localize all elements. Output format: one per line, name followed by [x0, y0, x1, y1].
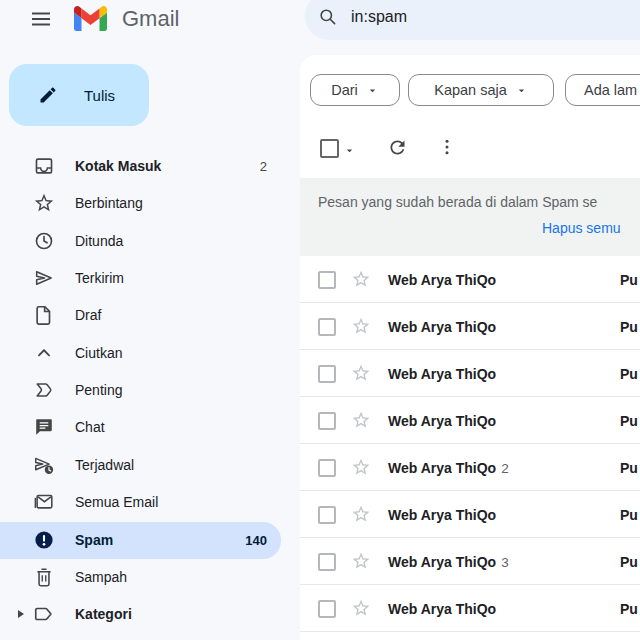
row-checkbox[interactable] — [318, 506, 336, 524]
sidebar-item-berbintang[interactable]: Berbintang — [0, 185, 281, 222]
row-checkbox[interactable] — [318, 412, 336, 430]
sidebar-item-label: Sampah — [75, 569, 127, 585]
chat-icon — [33, 416, 55, 438]
sidebar-item-label: Ditunda — [75, 233, 123, 249]
sidebar-item-chat[interactable]: Chat — [0, 409, 281, 446]
select-dropdown-caret-icon[interactable] — [343, 144, 356, 157]
sidebar-item-terjadwal[interactable]: Terjadwal — [0, 447, 281, 484]
row-checkbox[interactable] — [318, 271, 336, 289]
email-sender: Web Arya ThiQo — [388, 272, 496, 288]
email-subject: Pu — [620, 554, 638, 570]
sidebar-item-label: Terjadwal — [75, 457, 134, 473]
star-icon[interactable] — [351, 269, 371, 289]
star-icon[interactable] — [351, 363, 371, 383]
sender-name: Web Arya ThiQo — [388, 601, 496, 617]
row-checkbox[interactable] — [318, 459, 336, 477]
email-sender: Web Arya ThiQo — [388, 366, 496, 382]
sender-name: Web Arya ThiQo — [388, 507, 496, 523]
sidebar-item-terkirim[interactable]: Terkirim — [0, 260, 281, 297]
sidebar-item-spam[interactable]: Spam140 — [0, 522, 281, 559]
sidebar-item-label: Ciutkan — [75, 345, 122, 361]
email-row[interactable]: Web Arya ThiQoPu — [300, 585, 640, 632]
sidebar-item-label: Penting — [75, 382, 122, 398]
sidebar-item-penting[interactable]: Penting — [0, 372, 281, 409]
sidebar-item-sampah[interactable]: Sampah — [0, 559, 281, 596]
email-row[interactable]: Web Arya ThiQo3Pu — [300, 538, 640, 585]
banner-message: Pesan yang sudah berada di dalam Spam se — [318, 194, 597, 210]
star-icon[interactable] — [351, 457, 371, 477]
sidebar-nav: Kotak Masuk2BerbintangDitundaTerkirimDra… — [0, 0, 281, 640]
clock-icon — [33, 230, 55, 252]
star-icon[interactable] — [351, 551, 371, 571]
draft-icon — [33, 304, 55, 326]
important-icon — [33, 379, 55, 401]
star-icon[interactable] — [351, 410, 371, 430]
trash-icon — [33, 566, 55, 588]
row-checkbox[interactable] — [318, 600, 336, 618]
sender-name: Web Arya ThiQo — [388, 554, 496, 570]
row-checkbox[interactable] — [318, 553, 336, 571]
sidebar-item-ciutkan[interactable]: Ciutkan — [0, 335, 281, 372]
star-icon[interactable] — [351, 598, 371, 618]
sidebar-item-label: Berbintang — [75, 195, 143, 211]
sidebar-item-semua-email[interactable]: Semua Email — [0, 484, 281, 521]
scheduled-icon — [33, 454, 55, 476]
email-row[interactable]: Web Arya ThiQoPu — [300, 303, 640, 350]
refresh-icon[interactable] — [387, 137, 408, 158]
email-row[interactable]: Web Arya ThiQoPu — [300, 397, 640, 444]
caret-down-icon — [515, 84, 528, 97]
sidebar-item-label: Kategori — [75, 606, 132, 622]
email-subject: Pu — [620, 319, 638, 335]
email-row[interactable]: Web Arya ThiQo2Pu — [300, 444, 640, 491]
filter-chip-kapan-saja[interactable]: Kapan saja — [408, 74, 554, 106]
filter-chip-label: Dari — [331, 82, 358, 98]
filter-chip-dari[interactable]: Dari — [310, 74, 400, 106]
search-input[interactable]: in:spam — [305, 0, 640, 40]
sidebar-item-label: Kotak Masuk — [75, 158, 161, 174]
filter-chip-label: Kapan saja — [434, 82, 507, 98]
sidebar-item-draf[interactable]: Draf — [0, 297, 281, 334]
row-checkbox[interactable] — [318, 318, 336, 336]
email-row[interactable]: Web Arya ThiQoPu — [300, 491, 640, 538]
select-all-checkbox[interactable] — [320, 139, 339, 158]
filter-chip-ada-lam[interactable]: Ada lam — [565, 74, 640, 106]
delete-all-spam-link[interactable]: Hapus semu — [542, 220, 621, 236]
email-row[interactable]: Web Arya ThiQoPu — [300, 256, 640, 303]
expand-arrow-icon[interactable] — [18, 610, 24, 618]
star-icon[interactable] — [351, 316, 371, 336]
sidebar-item-kotak-masuk[interactable]: Kotak Masuk2 — [0, 148, 281, 185]
sidebar-item-label: Terkirim — [75, 270, 124, 286]
email-sender: Web Arya ThiQo2 — [388, 460, 509, 476]
row-checkbox[interactable] — [318, 365, 336, 383]
search-icon[interactable] — [318, 7, 337, 26]
unread-count: 2 — [260, 159, 267, 174]
sidebar-item-label: Draf — [75, 307, 101, 323]
email-subject: Pu — [620, 272, 638, 288]
filter-chip-label: Ada lam — [584, 82, 637, 98]
email-row[interactable]: Web Arya ThiQoPu — [300, 350, 640, 397]
unread-count: 140 — [245, 533, 267, 548]
sender-name: Web Arya ThiQo — [388, 319, 496, 335]
category-icon — [33, 603, 55, 625]
email-subject: Pu — [620, 460, 638, 476]
inbox-icon — [33, 155, 55, 177]
email-subject: Pu — [620, 366, 638, 382]
sidebar-item-label: Spam — [75, 532, 113, 548]
sidebar-item-kategori[interactable]: Kategori — [0, 596, 281, 633]
email-sender: Web Arya ThiQo — [388, 507, 496, 523]
thread-count: 2 — [501, 461, 509, 476]
email-subject: Pu — [620, 507, 638, 523]
all-mail-icon — [33, 491, 55, 513]
email-list-panel: DariKapan sajaAda lam Pesan yang sudah b… — [300, 55, 640, 640]
email-subject: Pu — [620, 413, 638, 429]
more-options-icon[interactable] — [437, 137, 457, 157]
send-icon — [33, 267, 55, 289]
sender-name: Web Arya ThiQo — [388, 460, 496, 476]
caret-down-icon — [366, 84, 379, 97]
spam-info-banner: Pesan yang sudah berada di dalam Spam se… — [300, 178, 640, 256]
spam-icon — [33, 529, 55, 551]
sidebar-item-ditunda[interactable]: Ditunda — [0, 223, 281, 260]
email-subject: Pu — [620, 601, 638, 617]
star-icon[interactable] — [351, 504, 371, 524]
search-query-text: in:spam — [351, 8, 407, 26]
